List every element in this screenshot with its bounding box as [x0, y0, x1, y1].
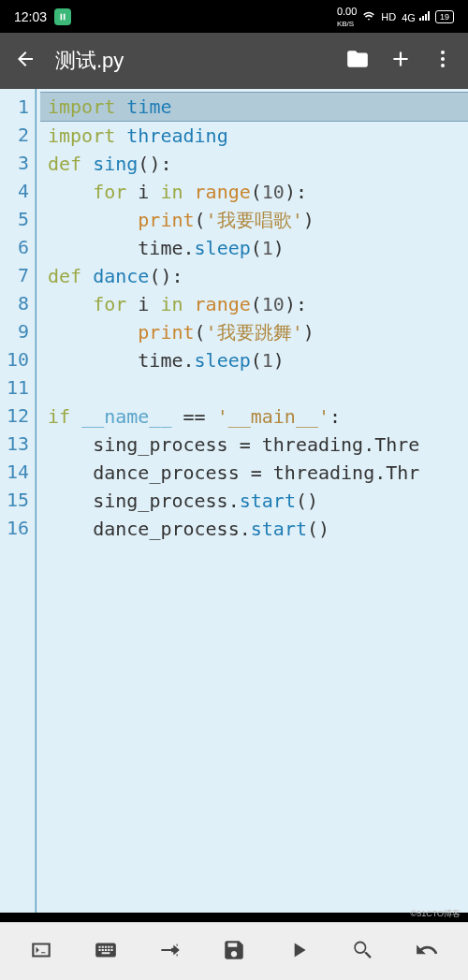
- line-number: 1: [0, 93, 35, 121]
- svg-rect-1: [64, 13, 66, 20]
- line-number: 12: [0, 402, 35, 430]
- watermark: ©51CTO博客: [411, 908, 461, 920]
- app-indicator-icon: [54, 8, 71, 25]
- keyboard-button[interactable]: [94, 938, 118, 965]
- svg-point-2: [441, 51, 445, 54]
- code-line[interactable]: [40, 374, 468, 402]
- code-area[interactable]: import timeimport threadingdef sing(): f…: [36, 89, 468, 913]
- status-bar: 12:03 0.00KB/S HD 4G 19: [0, 0, 468, 33]
- code-line[interactable]: dance_process.start(): [40, 515, 468, 543]
- line-number: 16: [0, 514, 35, 542]
- undo-button[interactable]: [415, 938, 439, 965]
- line-number: 5: [0, 205, 35, 233]
- app-bar: 测试.py: [0, 33, 468, 89]
- code-line[interactable]: time.sleep(1): [40, 234, 468, 262]
- tab-button[interactable]: [157, 938, 182, 965]
- line-number: 13: [0, 430, 35, 458]
- code-line[interactable]: import time: [40, 92, 468, 122]
- more-button[interactable]: [431, 48, 454, 74]
- code-line[interactable]: sing_process = threading.Thre: [40, 431, 468, 459]
- run-button[interactable]: [286, 938, 311, 965]
- search-button[interactable]: [350, 938, 374, 965]
- line-number: 15: [0, 486, 35, 514]
- hd-indicator: HD: [381, 11, 396, 22]
- code-line[interactable]: sing_process.start(): [40, 487, 468, 515]
- back-button[interactable]: [14, 48, 37, 74]
- line-number: 4: [0, 177, 35, 205]
- add-button[interactable]: [388, 47, 413, 75]
- line-number: 9: [0, 317, 35, 345]
- line-number: 6: [0, 233, 35, 261]
- svg-point-3: [441, 57, 445, 61]
- svg-point-4: [441, 64, 445, 67]
- line-number: 8: [0, 289, 35, 317]
- line-number: 11: [0, 373, 35, 402]
- code-line[interactable]: print('我要唱歌'): [40, 206, 468, 234]
- network-speed: 0.00KB/S: [337, 6, 357, 28]
- code-line[interactable]: if __name__ == '__main__':: [40, 402, 468, 431]
- code-editor[interactable]: 12345678910111213141516 import timeimpor…: [0, 89, 468, 913]
- status-time: 12:03: [14, 9, 47, 24]
- folder-button[interactable]: [345, 47, 370, 75]
- line-number: 2: [0, 121, 35, 149]
- wifi-icon: [362, 9, 375, 24]
- line-number: 10: [0, 345, 35, 373]
- bottom-toolbar: [0, 922, 468, 980]
- code-line[interactable]: def dance():: [40, 262, 468, 290]
- code-line[interactable]: for i in range(10):: [40, 178, 468, 206]
- line-number: 7: [0, 261, 35, 289]
- battery-indicator: 19: [435, 10, 454, 23]
- terminal-button[interactable]: [29, 938, 53, 965]
- line-gutter: 12345678910111213141516: [0, 89, 36, 913]
- code-line[interactable]: import threading: [40, 122, 468, 150]
- line-number: 14: [0, 458, 35, 486]
- line-number: 3: [0, 149, 35, 177]
- signal-icon: 4G: [402, 10, 430, 23]
- code-line[interactable]: def sing():: [40, 150, 468, 178]
- code-line[interactable]: for i in range(10):: [40, 290, 468, 318]
- svg-rect-0: [61, 13, 63, 20]
- code-line[interactable]: time.sleep(1): [40, 346, 468, 374]
- file-title: 测试.py: [55, 47, 327, 75]
- code-line[interactable]: dance_process = threading.Thr: [40, 459, 468, 487]
- code-line[interactable]: print('我要跳舞'): [40, 318, 468, 346]
- save-button[interactable]: [222, 938, 246, 965]
